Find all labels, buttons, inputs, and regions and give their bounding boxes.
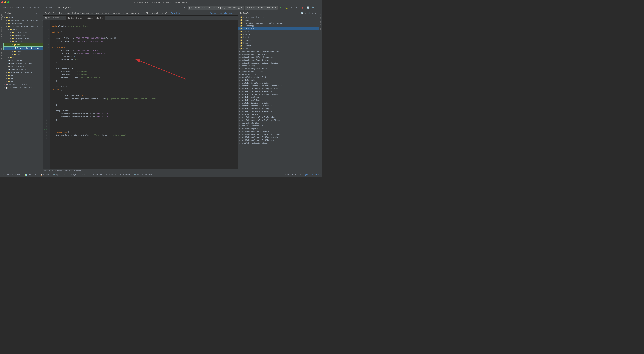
gradle-run-button[interactable]: ▶ <box>311 12 314 15</box>
gradle-task-compileDebugAndroidRenderscript[interactable]: ⚙ compileDebugAndroidTestRenderscript <box>238 136 319 139</box>
gradle-item-tasks[interactable]: ▶ 📁 Tasks <box>238 19 319 22</box>
gradle-task-bundleLibRuntimeJarRelease[interactable]: ⚙ bundleLibRuntimeToJarRelease <box>238 110 319 113</box>
gradle-item-install[interactable]: ▶ 📁 install <box>238 44 319 47</box>
sync-button[interactable]: 🔄 <box>306 6 310 10</box>
gradle-task-checkDebugDuplicateClasses[interactable]: ⚙ checkDebugAndroidTestDuplicateClasses <box>238 119 319 122</box>
structure-tool-button[interactable]: Structure <box>0 33 3 45</box>
profiler-button[interactable]: 📊 Profiler <box>24 173 38 176</box>
tab-build-gradle-libcocos2dx[interactable]: 🐘 build.gradle (:libcocos2dx) ✕ <box>66 16 106 20</box>
settings-button[interactable]: ⚙ <box>316 6 321 10</box>
gradle-task-bundleLibCompileJarRelease[interactable]: ⚙ bundleLibCompileToJarRelease <box>238 90 319 93</box>
gradle-task-bundleLibResRelease[interactable]: ⚙ bundleLibResRelease <box>238 99 319 102</box>
gradle-task-assembleDebug[interactable]: ⚙ assembleDebug <box>238 64 319 67</box>
gradle-task-assembleDebugAndroid[interactable]: ⚙ assembleDebugAndroidTest <box>238 67 319 70</box>
gradle-item-other[interactable]: ▼ 📁 other <box>238 47 319 50</box>
ignore-changes-link[interactable]: Ignore these changes <box>210 12 232 14</box>
tree-item-proguard[interactable]: 📄 proguard-rules.pro <box>3 68 43 71</box>
breadcrumb-file[interactable]: build.gradle <box>58 6 72 9</box>
tree-item-aar[interactable]: ▼ 📁 aar <box>3 43 43 46</box>
tree-item-main-2[interactable]: ▶ 📁 main <box>3 77 43 80</box>
tree-item-intermediates[interactable]: ▶ 📁 intermediates <box>3 37 43 40</box>
tree-item-proj-android-studio[interactable]: ▶ 📁 proj.android-studio <box>3 71 43 74</box>
breadcrumb-android[interactable]: android <box>33 6 41 9</box>
gradle-item-android[interactable]: ▶ 📁 android <box>238 33 319 36</box>
bc-buildtypes[interactable]: buildTypes{} <box>57 170 70 172</box>
gradle-item-com-kding[interactable]: ▶ 📁 com-kding-nigo-super-fruit-party-pro <box>238 22 319 24</box>
gradle-task-checkDebugAarMetadata[interactable]: ⚙ checkDebugAndroidTestAarMetadata <box>238 116 319 119</box>
project-more-button[interactable]: ⋯ <box>38 12 41 15</box>
gradle-item-tasks-sub[interactable]: ▼ 📁 Tasks <box>238 30 319 33</box>
gradle-item-cleanup[interactable]: ▶ 📁 cleanup <box>238 39 319 42</box>
window-controls[interactable] <box>1 1 10 3</box>
todo-button[interactable]: ✓ TODO <box>81 173 89 176</box>
app-quality-insights-button[interactable]: 🔍 App Quality Insights <box>52 173 79 176</box>
gradle-task-bundleLibResDebug[interactable]: ⚙ bundleLibResDebug <box>238 96 319 99</box>
tab-close-button-2[interactable]: ✕ <box>102 17 103 19</box>
gradle-link-button[interactable]: 🔗 <box>308 12 310 15</box>
breadcrumb-cocos2dx[interactable]: cocos2d-x <box>1 6 12 9</box>
gradle-task-compileDebugAndroidAidl[interactable]: ⚙ compileDebugAndroidTestAidl <box>238 130 319 133</box>
gradle-task-compileDebugAndroidShaders[interactable]: ⚙ compileDebugAndroidTestShaders <box>238 139 319 142</box>
profile-button[interactable]: ⏱ <box>295 6 299 10</box>
gradle-task-checkDebugManifest[interactable]: ⚙ checkDebugManifest <box>238 122 319 124</box>
project-settings-button[interactable]: ⚙ <box>35 12 38 15</box>
build-variants-tool-button[interactable]: Build Variants <box>0 45 3 62</box>
tree-item-outputs[interactable]: ▼ 📁 outputs <box>3 40 43 43</box>
code-content[interactable]: apply plugin: 'com.android.library' andr… <box>50 20 238 168</box>
gradle-task-bundleLibCompileJarDebugUnit[interactable]: ⚙ bundleLibCompileToJarDebugUnitTest <box>238 87 319 90</box>
gradle-task-compileDebugJava[interactable]: ⚙ compileDebugJavaWithJavac <box>238 142 319 144</box>
device-file-explorer-button[interactable]: Device File Explorer <box>319 12 322 32</box>
gradle-item-help[interactable]: ▶ 📁 help <box>238 42 319 44</box>
tab-build-gradle[interactable]: 🐘 build.gradle ✕ <box>43 16 66 20</box>
gradle-task-analyzeDebug[interactable]: ⚙ analyzeDebugDependencies <box>238 53 319 56</box>
tree-item-instantapp[interactable]: ▶ 📁 instantapp <box>3 22 43 25</box>
gradle-task-compileDebugAndroidJava[interactable]: ⚙ compileDebugAndroidTestJavaWithJavac <box>238 133 319 136</box>
bc-release[interactable]: release{} <box>72 170 82 172</box>
search-button[interactable]: 🔍 <box>311 6 315 10</box>
tree-item-aar-file[interactable]: 📄 libcocos2dx-debug.aar <box>3 46 43 50</box>
tree-item-src[interactable]: ▶ 📁 src <box>3 56 43 59</box>
gradle-task-assembleDebugUnit[interactable]: ⚙ assembleDebugUnitTest <box>238 70 319 73</box>
bc-android[interactable]: android{} <box>44 170 54 172</box>
close-button[interactable] <box>1 1 3 3</box>
tree-item-logs[interactable]: ▶ 📁 logs <box>3 50 43 53</box>
tree-item-app[interactable]: ▶ 📁 app [com-kding-nigo-super-fruit-p... <box>3 19 43 22</box>
project-expand-button[interactable]: ↕ <box>32 12 34 15</box>
services-button[interactable]: ⚙ Services <box>119 173 131 176</box>
tree-item-main-1[interactable]: ▶ 📁 main <box>3 74 43 77</box>
tree-item-tmp[interactable]: ▶ 📁 tmp <box>3 53 43 56</box>
gradle-task-assembleReleaseUnit[interactable]: ⚙ assembleReleaseUnitTest <box>238 76 319 79</box>
gradle-task-analyzeDebugUnit[interactable]: ⚙ analyzeDebugUnitTestDependencies <box>238 56 319 59</box>
tree-item-main-3[interactable]: ▶ 📁 main <box>3 80 43 83</box>
gradle-item-libcocos2dx[interactable]: ▼ 📁 libcocos2dx <box>238 27 319 30</box>
gradle-task-bundleDebugAar[interactable]: ⚙ bundleDebugAar <box>238 79 319 82</box>
gradle-settings-button[interactable]: ⚙ <box>314 12 317 15</box>
gradle-task-analyzeDebugAndroid[interactable]: ⚙ analyzeDebugAndroidTestDependencies <box>238 50 319 53</box>
gradle-item-root[interactable]: ▼ 📁 proj.android-studio <box>238 16 319 19</box>
version-control-button[interactable]: ⎇ Version Control <box>1 173 22 176</box>
minimize-button[interactable] <box>4 1 6 3</box>
tree-item-generated[interactable]: ▶ 📁 generated <box>3 34 43 37</box>
gradle-task-bundleLibCompileJarReleaseUnit[interactable]: ⚙ bundleLibCompileToJarReleaseUnitTest <box>238 93 319 96</box>
tree-item-build[interactable]: ▼ 📁 build <box>3 28 43 31</box>
breadcrumb-cocos[interactable]: cocos <box>14 6 19 9</box>
maximize-button[interactable] <box>8 1 10 3</box>
device-selector[interactable]: Pixel_3a_API_33_arm64-v8a ▼ <box>245 6 278 10</box>
gradle-task-bundleLibCompileJarDebug[interactable]: ⚙ bundleLibCompileToJarDebug <box>238 82 319 84</box>
gradle-item-build[interactable]: ▶ 📁 build <box>238 36 319 39</box>
tree-item-buildgradle[interactable]: 🐘 build.gradle <box>3 65 43 68</box>
run-with-coverage-button[interactable]: ▷ <box>290 6 294 10</box>
tree-item-libcocos2dx[interactable]: ▼ 📁 libcocos2dx [proj.android-studio.lib… <box>3 25 43 28</box>
tab-close-button[interactable]: ✕ <box>62 17 64 19</box>
gradle-task-bundleLibRuntimeJarDebug[interactable]: ⚙ bundleLibRuntimeToJarDebug <box>238 107 319 110</box>
gradle-task-assembleRelease[interactable]: ⚙ assembleRelease <box>238 73 319 76</box>
run-config-selector[interactable]: proj.android-studio:instantapp [assemble… <box>188 6 244 10</box>
terminal-button[interactable]: ⊞ Terminal <box>105 173 117 176</box>
project-tool-button[interactable]: Project <box>0 12 3 21</box>
gradle-task-bundleReleaseAar[interactable]: ⚙ bundleReleaseAar <box>238 113 319 116</box>
tree-item-gitignore[interactable]: 📄 .gitignore <box>3 59 43 62</box>
gradle-task-bundleLibCompileJarDebugAndroid[interactable]: ⚙ bundleLibCompileToJarDebugAndroidTest <box>238 84 319 87</box>
tree-item-proj[interactable]: ▼ 📁 proj <box>3 16 43 19</box>
gradle-task-analyzeReleaseUnit[interactable]: ⚙ analyzeReleaseUnitTestDependencies <box>238 62 319 64</box>
app-inspection-button[interactable]: 🔎 App Inspection <box>133 173 153 176</box>
